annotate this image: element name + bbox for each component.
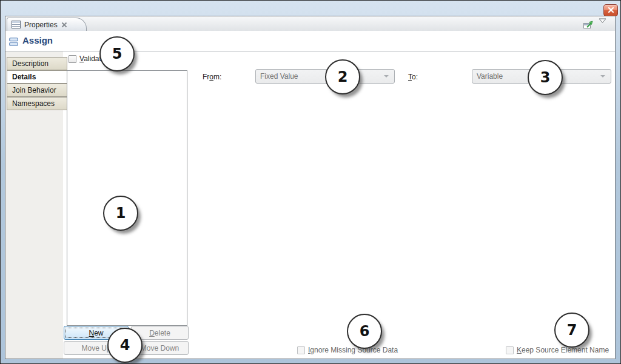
callout-7: 7 (554, 313, 589, 348)
combo-arrow-icon (384, 75, 389, 78)
detach-view-icon[interactable] (583, 20, 594, 30)
tab-close-icon[interactable] (61, 22, 67, 28)
properties-window: Properties (0, 0, 621, 364)
callout-2: 2 (325, 59, 360, 94)
combo-arrow-icon (600, 75, 605, 78)
to-combo-value: Variable (477, 72, 503, 81)
callout-1: 1 (103, 196, 138, 231)
assign-icon (9, 38, 19, 47)
sidebar-item-label: Description (12, 59, 49, 68)
view-menu-icon[interactable] (599, 18, 606, 24)
keep-source-element-name-checkbox[interactable] (506, 346, 514, 354)
callout-5: 5 (99, 36, 135, 71)
validate-checkbox[interactable] (69, 55, 76, 63)
callout-3: 3 (528, 60, 563, 95)
sidebar-item-details[interactable]: Details (7, 70, 69, 84)
form-header: Assign (5, 31, 615, 51)
from-combo-value: Fixed Value (260, 72, 298, 81)
tab-properties[interactable]: Properties (7, 18, 87, 31)
sidebar-item-description[interactable]: Description (7, 57, 67, 70)
view-panel: Properties (5, 16, 616, 359)
close-icon (608, 7, 614, 13)
sidebar-item-label: Join Behavior (12, 86, 56, 94)
properties-icon (12, 21, 21, 28)
sidebar-item-label: Namespaces (12, 99, 55, 108)
page-title: Assign (22, 35, 53, 45)
window-close-button[interactable] (603, 4, 618, 16)
callout-4: 4 (107, 328, 143, 363)
view-tabbar: Properties (5, 16, 615, 31)
header-divider (5, 51, 615, 51)
sidebar-item-label: Details (12, 73, 36, 81)
tab-label: Properties (24, 21, 58, 29)
to-label: To: (408, 73, 418, 81)
sidebar-item-join-behavior[interactable]: Join Behavior (7, 84, 67, 97)
sidebar-item-namespaces[interactable]: Namespaces (7, 97, 67, 110)
from-label: From: (203, 73, 221, 81)
keep-source-element-name-label[interactable]: Keep Source Element Name (517, 346, 609, 354)
callout-6: 6 (347, 314, 382, 349)
ignore-missing-source-data-label[interactable]: Ignore Missing Source Data (308, 346, 398, 354)
ignore-missing-source-data-checkbox[interactable] (297, 346, 305, 354)
